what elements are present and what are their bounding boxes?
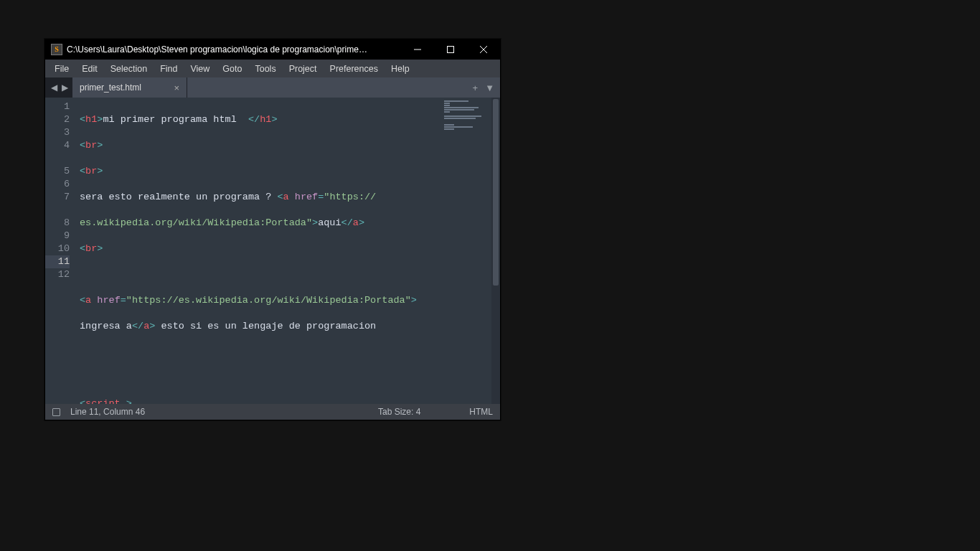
statusbar: Line 11, Column 46 Tab Size: 4 HTML <box>45 404 500 420</box>
gutter-line: 5 <box>45 165 70 178</box>
tabstrip-right: + ▼ <box>187 77 500 98</box>
code-area[interactable]: <h1>mi primer programa html </h1> <br> <… <box>75 98 441 404</box>
menu-find[interactable]: Find <box>154 62 184 76</box>
code-row: <br> <box>80 165 441 178</box>
minimap-line <box>444 124 454 126</box>
minimap-line <box>444 107 479 108</box>
gutter-line: 1 <box>45 100 70 113</box>
tab-nav: ◀ ▶ <box>45 77 72 98</box>
minimap-line <box>444 105 450 106</box>
window-title: C:\Users\Laura\Desktop\Steven programaci… <box>67 44 368 55</box>
tab-close-icon[interactable]: × <box>174 83 179 93</box>
minimap-line <box>444 103 450 104</box>
statusbar-syntax[interactable]: HTML <box>469 407 493 417</box>
vertical-scrollbar[interactable] <box>491 98 500 404</box>
minimap[interactable] <box>441 98 491 404</box>
menu-tools[interactable]: Tools <box>248 62 282 76</box>
code-row <box>80 268 441 281</box>
tab-next-icon[interactable]: ▶ <box>60 83 70 92</box>
minimap-line <box>444 126 473 128</box>
gutter-line: 12 <box>45 268 70 281</box>
code-row: sera esto realmente un programa ? <a hre… <box>80 191 441 204</box>
statusbar-position[interactable]: Line 11, Column 46 <box>70 407 145 417</box>
gutter-line: 6 <box>45 178 70 191</box>
menu-project[interactable]: Project <box>283 62 324 76</box>
minimap-line <box>444 128 454 130</box>
menu-view[interactable]: View <box>184 62 216 76</box>
gutter-line <box>45 152 70 165</box>
code-row: <br> <box>80 139 441 152</box>
menu-goto[interactable]: Goto <box>216 62 248 76</box>
new-tab-icon[interactable]: + <box>473 83 479 93</box>
gutter-line: 2 <box>45 113 70 126</box>
close-button[interactable] <box>467 39 500 60</box>
code-row: <h1>mi primer programa html </h1> <box>80 113 441 126</box>
code-row: <br> <box>80 242 441 255</box>
minimap-line <box>444 100 468 102</box>
scrollbar-thumb[interactable] <box>493 99 499 286</box>
statusbar-panel-icon[interactable] <box>52 408 60 416</box>
maximize-icon <box>447 46 454 53</box>
menubar: File Edit Selection Find View Goto Tools… <box>45 60 500 77</box>
code-row <box>80 346 441 359</box>
menu-preferences[interactable]: Preferences <box>324 62 385 76</box>
gutter-line: 8 <box>45 217 70 230</box>
statusbar-tab-size[interactable]: Tab Size: 4 <box>378 407 420 417</box>
code-row: ingresa a</a> esto si es un lengaje de p… <box>80 320 441 333</box>
titlebar[interactable]: S C:\Users\Laura\Desktop\Steven programa… <box>45 39 500 60</box>
tab-dropdown-icon[interactable]: ▼ <box>485 83 494 93</box>
minimize-button[interactable] <box>401 39 434 60</box>
tab-prev-icon[interactable]: ◀ <box>50 83 59 92</box>
close-icon <box>480 46 487 53</box>
tab-label: primer_test.html <box>80 83 161 93</box>
code-row <box>80 372 441 385</box>
gutter-line: 3 <box>45 126 70 139</box>
minimize-icon <box>414 46 421 53</box>
sublime-app-icon: S <box>51 44 62 55</box>
gutter-line <box>45 204 70 217</box>
tab-active[interactable]: primer_test.html × <box>72 77 187 98</box>
code-row: <script > <box>80 397 441 404</box>
svg-rect-0 <box>448 47 454 53</box>
code-row: es.wikipedia.org/wiki/Wikipedia:Portada"… <box>80 217 441 230</box>
app-window: S C:\Users\Laura\Desktop\Steven programa… <box>44 39 501 420</box>
editor[interactable]: 1 2 3 4 5 6 7 8 9 10 11 12 <h1>mi primer… <box>45 98 500 404</box>
menu-help[interactable]: Help <box>385 62 416 76</box>
minimap-line <box>444 111 450 113</box>
minimap-line <box>444 109 474 110</box>
tabstrip: ◀ ▶ primer_test.html × + ▼ <box>45 77 500 98</box>
gutter-line: 9 <box>45 230 70 242</box>
menu-file[interactable]: File <box>48 62 75 76</box>
code-row: <a href="https://es.wikipedia.org/wiki/W… <box>80 294 441 307</box>
menu-edit[interactable]: Edit <box>75 62 104 76</box>
gutter-line: 10 <box>45 242 70 255</box>
minimap-line <box>444 118 476 119</box>
gutter-line: 4 <box>45 139 70 152</box>
gutter-line-current: 11 <box>45 255 70 268</box>
minimap-line <box>444 116 481 117</box>
maximize-button[interactable] <box>434 39 467 60</box>
menu-selection[interactable]: Selection <box>104 62 154 76</box>
gutter: 1 2 3 4 5 6 7 8 9 10 11 12 <box>45 98 75 404</box>
gutter-line: 7 <box>45 191 70 204</box>
